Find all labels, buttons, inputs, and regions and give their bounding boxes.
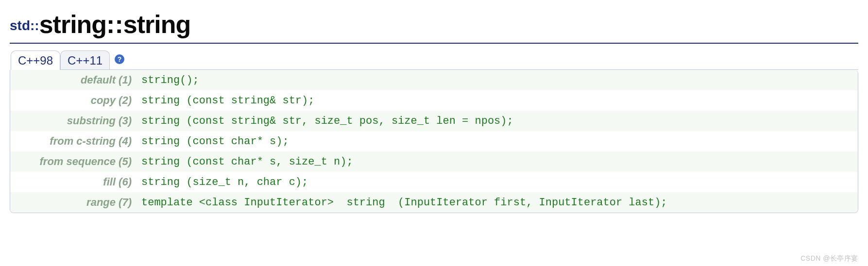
proto-label-cstring: from c-string (4): [10, 131, 136, 151]
proto-sig-cstring: string (const char* s);: [136, 131, 858, 151]
prototype-box: default (1) string(); copy (2) string (c…: [10, 70, 858, 213]
proto-label-range: range (7): [10, 192, 136, 213]
proto-label-fill: fill (6): [10, 172, 136, 192]
tab-label: C++98: [18, 54, 53, 67]
table-row: substring (3) string (const string& str,…: [10, 111, 858, 131]
table-row: range (7) template <class InputIterator>…: [10, 192, 858, 213]
tab-cpp98[interactable]: C++98: [11, 50, 60, 70]
proto-label-sequence: from sequence (5): [10, 151, 136, 172]
version-tabs: C++98 C++11 ?: [11, 50, 858, 70]
title-member: string: [123, 10, 190, 38]
title-class: string: [39, 10, 106, 38]
table-row: fill (6) string (size_t n, char c);: [10, 172, 858, 192]
proto-label-substring: substring (3): [10, 111, 136, 131]
title-separator: ::: [106, 10, 123, 38]
title-namespace: std::: [10, 18, 39, 33]
table-row: default (1) string();: [10, 70, 858, 90]
table-row: from c-string (4) string (const char* s)…: [10, 131, 858, 151]
table-row: copy (2) string (const string& str);: [10, 90, 858, 111]
tab-label: C++11: [68, 54, 102, 67]
table-row: from sequence (5) string (const char* s,…: [10, 151, 858, 172]
proto-label-copy: copy (2): [10, 90, 136, 111]
help-icon[interactable]: ?: [115, 54, 124, 64]
proto-sig-default: string();: [136, 70, 858, 90]
proto-label-default: default (1): [10, 70, 136, 90]
tab-cpp11[interactable]: C++11: [60, 50, 110, 69]
proto-sig-range: template <class InputIterator> string (I…: [136, 192, 858, 213]
page-title: std::string::string: [10, 10, 858, 44]
prototype-table: default (1) string(); copy (2) string (c…: [10, 70, 858, 213]
proto-sig-fill: string (size_t n, char c);: [136, 172, 858, 192]
proto-sig-substring: string (const string& str, size_t pos, s…: [136, 111, 858, 131]
proto-sig-copy: string (const string& str);: [136, 90, 858, 111]
proto-sig-sequence: string (const char* s, size_t n);: [136, 151, 858, 172]
